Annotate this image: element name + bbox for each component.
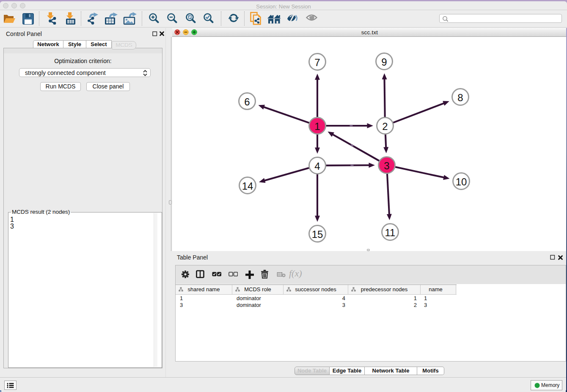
- svg-text:6: 6: [244, 96, 250, 108]
- svg-text:2: 2: [382, 121, 388, 132]
- svg-text:4: 4: [314, 160, 320, 172]
- svg-text:10: 10: [456, 176, 467, 188]
- svg-text:15: 15: [312, 229, 323, 240]
- svg-text:11: 11: [385, 227, 396, 238]
- svg-text:3: 3: [384, 160, 389, 171]
- svg-text:1: 1: [314, 121, 320, 132]
- svg-text:7: 7: [314, 57, 320, 68]
- svg-text:14: 14: [242, 180, 253, 192]
- svg-text:9: 9: [381, 56, 387, 68]
- svg-text:8: 8: [457, 92, 463, 103]
